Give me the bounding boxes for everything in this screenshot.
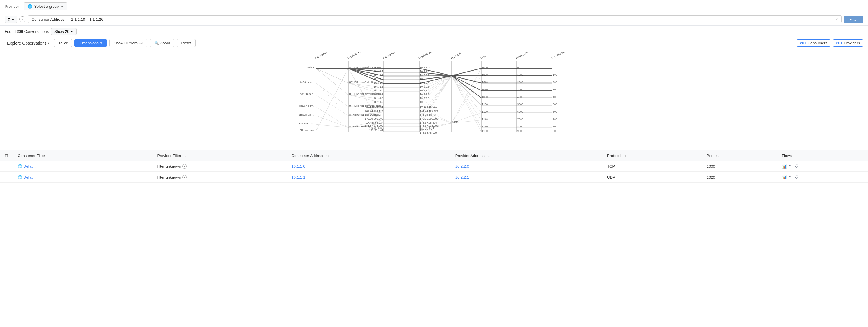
select-group-button[interactable]: 🌐 Select a group ▼ xyxy=(24,2,67,10)
row-spacer xyxy=(0,172,13,183)
provider-label: Provider xyxy=(5,4,19,8)
svg-text:Default: Default xyxy=(307,66,315,69)
reset-button[interactable]: Reset xyxy=(177,39,195,47)
consumer-filter-header[interactable]: Consumer Filter ↑ xyxy=(13,150,153,161)
filter-row: ⚙ ▼ i Consumer Address = 1.1.1.18 – 1.1.… xyxy=(0,13,868,26)
svg-text:Provider Filter: Provider Filter xyxy=(347,52,365,60)
gear-button[interactable]: ⚙ ▼ xyxy=(5,16,17,23)
dimensions-button[interactable]: Dimensions ▼ xyxy=(74,39,107,47)
filter-unknown: filter unknown i xyxy=(157,164,282,169)
filter-close-button[interactable]: × xyxy=(835,17,838,22)
filter-column-header: ⊟ xyxy=(0,150,13,161)
provider-address-cell[interactable]: 10.2.2.0 xyxy=(451,161,602,172)
shield-icon[interactable]: 🛡 xyxy=(795,175,799,179)
filter-tag-eq: = xyxy=(66,17,69,22)
table-row: 🌐 Default filter unknown i 10.1.1.1 10.2… xyxy=(0,172,868,183)
svg-text:500: 500 xyxy=(553,103,557,106)
filter-unknown-text: filter unknown xyxy=(157,164,181,169)
svg-text:10.115.184.11: 10.115.184.11 xyxy=(366,105,383,108)
svg-text:172.29.200.203: 172.29.200.203 xyxy=(365,117,383,120)
svg-text:200: 200 xyxy=(553,81,557,84)
provider-filter-cell: filter unknown i xyxy=(153,161,287,172)
filter-button[interactable]: Filter xyxy=(844,16,863,23)
taller-button[interactable]: Taller xyxy=(54,39,72,47)
found-text: Found 200 Conversations xyxy=(5,29,49,34)
sort-icon: ↑↓ xyxy=(486,154,490,157)
flows-cell: 📊 〜 🛡 xyxy=(777,161,868,172)
svg-text:IER: unknown: IER: unknown xyxy=(299,129,315,132)
show-outliers-button[interactable]: Show Outliers trial xyxy=(109,39,148,47)
gear-caret: ▼ xyxy=(11,18,14,21)
consumers-badge[interactable]: 20+ Consumers xyxy=(797,39,831,47)
explore-caret: ▾ xyxy=(48,41,49,44)
dimensions-label: Dimensions xyxy=(79,41,99,45)
consumers-count: 20+ xyxy=(800,41,806,45)
dimensions-caret: ▼ xyxy=(100,41,103,44)
providers-badge[interactable]: 20+ Providers xyxy=(833,39,863,47)
svg-text:5000: 5000 xyxy=(517,103,523,106)
flows-header[interactable]: Flows xyxy=(777,150,868,161)
svg-text:Packetcount: Packetcount xyxy=(551,52,567,60)
svg-text:6000: 6000 xyxy=(517,110,523,113)
port-header[interactable]: Port ↑↓ xyxy=(702,150,777,161)
bar-chart-icon[interactable]: 📊 xyxy=(782,175,787,179)
zoom-button[interactable]: 🔍 Zoom xyxy=(150,39,174,47)
info-button[interactable]: i xyxy=(20,16,25,22)
svg-text:172.29.200.203: 172.29.200.203 xyxy=(420,117,438,120)
svg-text:1180: 1180 xyxy=(482,129,488,132)
line-chart-icon[interactable]: 〜 xyxy=(788,164,793,169)
info-circle-icon[interactable]: i xyxy=(182,164,187,169)
svg-text:cm01n-oam...: cm01n-oam... xyxy=(299,113,315,116)
provider-address-cell[interactable]: 10.2.2.1 xyxy=(451,172,602,183)
explore-observations-button[interactable]: Explore Observations ▾ xyxy=(5,40,52,47)
filter-icon: ⊟ xyxy=(5,153,8,158)
sort-icon: ↑↓ xyxy=(716,154,719,157)
svg-text:400: 400 xyxy=(553,95,557,98)
conversations-count: 200 xyxy=(17,29,23,34)
svg-text:100: 100 xyxy=(553,73,557,76)
svg-text:10.2.2.7: 10.2.2.7 xyxy=(420,93,430,96)
consumer-address-cell[interactable]: 10.1.1.1 xyxy=(287,172,451,183)
svg-text:10.115.184.11: 10.115.184.11 xyxy=(420,105,437,108)
consumer-address-header[interactable]: Consumer Address ↑↓ xyxy=(287,150,451,161)
svg-text:10.1.1.6: 10.1.1.6 xyxy=(373,89,383,92)
info-circle-icon[interactable]: i xyxy=(182,175,187,179)
zoom-label: Zoom xyxy=(160,41,170,45)
protocol-header[interactable]: Protocol ↑↓ xyxy=(602,150,702,161)
svg-text:7000: 7000 xyxy=(517,118,523,121)
show-label: Show 20 xyxy=(54,29,69,34)
parallel-coordinates-chart[interactable]: Consumer Filter Provider Filter Consumer… xyxy=(5,52,863,141)
outliers-label: Show Outliers xyxy=(114,41,138,45)
providers-label: Providers xyxy=(844,41,860,45)
svg-text:Provider Address: Provider Address xyxy=(418,52,439,60)
table-container: ⊟ Consumer Filter ↑ Provider Filter ↑↓ C… xyxy=(0,150,868,183)
svg-text:1160: 1160 xyxy=(482,125,488,128)
select-group-label: Select a group xyxy=(34,4,59,8)
filter-tag-value: 1.1.1.18 – 1.1.1.26 xyxy=(71,17,103,22)
flows-cell: 📊 〜 🛡 xyxy=(777,172,868,183)
line-chart-icon[interactable]: 〜 xyxy=(788,174,793,180)
svg-text:Bytecount: Bytecount xyxy=(516,52,529,60)
show-caret: ▼ xyxy=(71,30,73,33)
svg-text:0: 0 xyxy=(553,66,554,69)
consumer-address-cell[interactable]: 10.1.1.0 xyxy=(287,161,451,172)
provider-address-header[interactable]: Provider Address ↑↓ xyxy=(451,150,602,161)
table-header-row: ⊟ Consumer Filter ↑ Provider Filter ↑↓ C… xyxy=(0,150,868,161)
svg-text:cm01n-dcm...: cm01n-dcm... xyxy=(299,105,315,107)
action-icons: 📊 〜 🛡 xyxy=(782,174,863,180)
shield-icon[interactable]: 🛡 xyxy=(795,164,799,169)
provider-filter-header[interactable]: Provider Filter ↑↓ xyxy=(153,150,287,161)
default-badge[interactable]: 🌐 Default xyxy=(18,175,35,179)
gear-icon: ⚙ xyxy=(7,17,11,22)
filter-unknown: filter unknown i xyxy=(157,175,282,179)
svg-text:173.38.4.61: 173.38.4.61 xyxy=(369,129,383,132)
protocol-cell: TCP xyxy=(602,161,702,172)
default-badge[interactable]: 🌐 Default xyxy=(18,164,35,169)
consumer-filter-value: Default xyxy=(23,164,35,169)
svg-text:600: 600 xyxy=(553,110,557,113)
conversations-row: Found 200 Conversations Show 20 ▼ xyxy=(0,26,868,37)
svg-text:Port: Port xyxy=(480,54,487,60)
globe-icon: 🌐 xyxy=(18,164,22,168)
bar-chart-icon[interactable]: 📊 xyxy=(782,164,787,169)
show-button[interactable]: Show 20 ▼ xyxy=(51,28,77,35)
